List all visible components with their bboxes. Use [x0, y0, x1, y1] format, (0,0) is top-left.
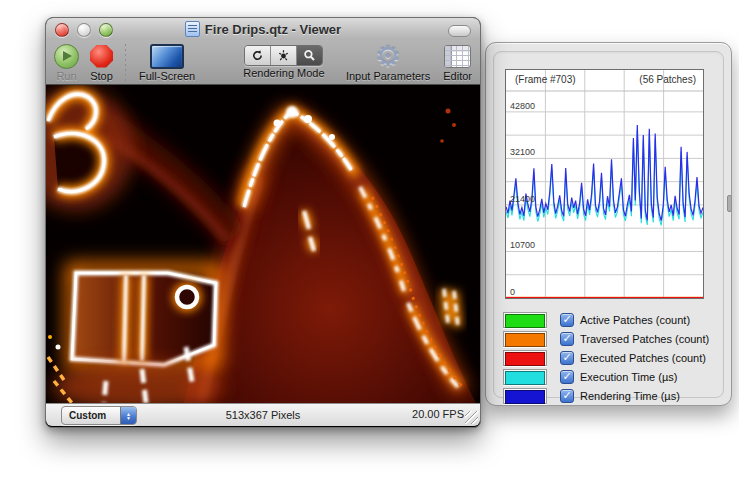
popup-arrows-icon: ▲▼: [120, 407, 136, 424]
fire-render: [46, 85, 480, 403]
legend-label: Traversed Patches (count): [580, 333, 709, 345]
screen-icon: [150, 44, 184, 69]
legend-row: ✓Active Patches (count): [503, 310, 717, 329]
panel-resize-handle[interactable]: [727, 195, 732, 212]
frame-counter-label: (Frame #703): [515, 74, 576, 85]
viewer-window: Fire Drips.qtz - Viewer Run Stop Full-Sc…: [45, 17, 481, 428]
legend-label: Rendering Time (µs): [580, 390, 680, 402]
legend-row: ✓Execution Time (µs): [503, 367, 717, 386]
toolbar-separator: [125, 44, 126, 84]
legend: ✓Active Patches (count)✓Traversed Patche…: [503, 310, 717, 405]
statusbar: Custom ▲▼ 513x367 Pixels 20.00 FPS: [46, 403, 480, 426]
stop-icon: [90, 45, 113, 68]
legend-label: Execution Time (µs): [580, 371, 677, 383]
gear-icon: ⚙: [375, 43, 401, 69]
color-well[interactable]: [503, 350, 547, 366]
legend-checkbox[interactable]: ✓: [560, 370, 574, 384]
segment-refresh[interactable]: [245, 46, 271, 65]
table-icon: [444, 45, 471, 68]
play-icon: [54, 44, 79, 69]
zoom-select[interactable]: Custom ▲▼: [61, 406, 137, 425]
close-button[interactable]: [55, 23, 69, 37]
legend-label: Executed Patches (count): [580, 352, 706, 364]
run-label: Run: [56, 70, 76, 82]
titlebar[interactable]: Fire Drips.qtz - Viewer: [46, 18, 480, 40]
refresh-icon: [251, 49, 264, 62]
color-well[interactable]: [503, 388, 547, 404]
segment-profiler[interactable]: [271, 46, 297, 65]
minimize-button[interactable]: [77, 23, 91, 37]
profiler-chart: (Frame #703) (56 Patches) 01070021400321…: [505, 69, 704, 299]
window-controls: [55, 23, 113, 37]
stop-label: Stop: [90, 70, 113, 82]
input-parameters-label: Input Parameters: [346, 70, 430, 82]
color-well[interactable]: [503, 312, 547, 328]
legend-checkbox[interactable]: ✓: [560, 389, 574, 403]
toolbar: Run Stop Full-Screen: [46, 40, 480, 85]
color-well[interactable]: [503, 331, 547, 347]
segment-magnifier[interactable]: [297, 46, 322, 65]
input-parameters-button[interactable]: ⚙ Input Parameters: [346, 43, 430, 82]
y-tick-label: 32100: [510, 147, 535, 157]
document-icon: [185, 21, 200, 37]
zoom-select-value: Custom: [62, 410, 120, 421]
legend-checkbox[interactable]: ✓: [560, 332, 574, 346]
magnifier-icon: [303, 49, 316, 62]
stop-button[interactable]: Stop: [90, 43, 113, 82]
y-tick-label: 21400: [510, 194, 535, 204]
color-well[interactable]: [503, 369, 547, 385]
window-title: Fire Drips.qtz - Viewer: [205, 22, 341, 37]
viewer-canvas: [46, 85, 480, 403]
run-button[interactable]: Run: [54, 43, 79, 82]
legend-row: ✓Rendering Time (µs): [503, 386, 717, 405]
legend-row: ✓Traversed Patches (count): [503, 329, 717, 348]
resize-grip-icon[interactable]: [465, 411, 478, 424]
y-tick-label: 10700: [510, 240, 535, 250]
profiler-panel: (Frame #703) (56 Patches) 01070021400321…: [485, 42, 732, 406]
fullscreen-button[interactable]: Full-Screen: [139, 43, 195, 82]
desktop: (Frame #703) (56 Patches) 01070021400321…: [0, 0, 739, 488]
zoom-button[interactable]: [99, 23, 113, 37]
patch-count-label: (56 Patches): [639, 74, 696, 85]
legend-checkbox[interactable]: ✓: [560, 313, 574, 327]
editor-label: Editor: [443, 70, 472, 82]
rendering-mode-control: Rendering Mode: [243, 43, 324, 79]
profiler-panel-frame: (Frame #703) (56 Patches) 01070021400321…: [493, 51, 724, 398]
fullscreen-label: Full-Screen: [139, 70, 195, 82]
window-title-group: Fire Drips.qtz - Viewer: [185, 21, 341, 37]
legend-checkbox[interactable]: ✓: [560, 351, 574, 365]
rendering-mode-segments: [244, 45, 323, 66]
toolbar-toggle-pill[interactable]: [448, 25, 471, 37]
rendering-mode-label: Rendering Mode: [243, 67, 324, 79]
y-tick-label: 0: [510, 287, 515, 297]
profiler-chart-svg: [506, 70, 703, 298]
legend-row: ✓Executed Patches (count): [503, 348, 717, 367]
y-tick-label: 42800: [510, 101, 535, 111]
fps-counter: 20.00 FPS: [412, 408, 464, 420]
legend-label: Active Patches (count): [580, 314, 690, 326]
editor-button[interactable]: Editor: [443, 43, 472, 82]
profiler-dot-icon: [277, 49, 290, 62]
